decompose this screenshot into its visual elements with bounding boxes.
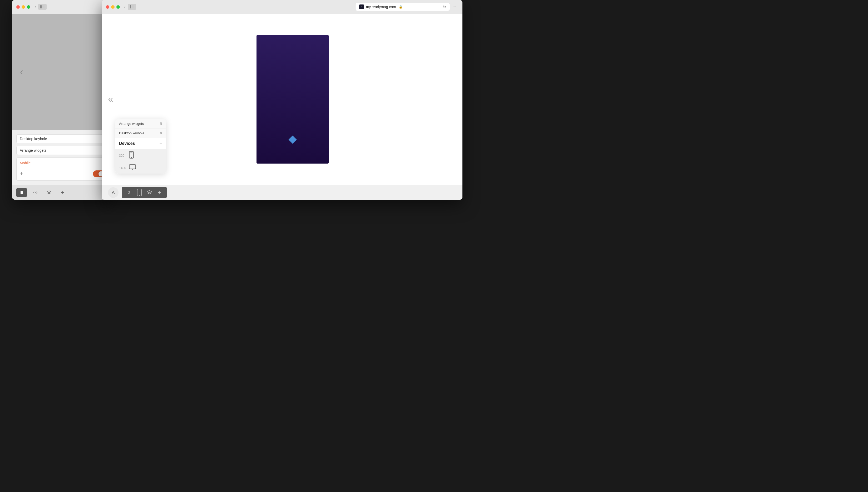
layers-tool-button-2[interactable] bbox=[145, 188, 154, 197]
device-desktop-num: 1400 bbox=[119, 166, 126, 170]
devices-section: Devices + 320 bbox=[115, 138, 166, 174]
left-panel-bg: ‹ bbox=[12, 14, 112, 130]
devices-title: Devices bbox=[119, 141, 135, 146]
dropdown1-label: Desktop keyhole bbox=[20, 137, 47, 141]
text-tool-button[interactable]: A bbox=[108, 187, 119, 198]
mobile-footer: + bbox=[20, 170, 104, 177]
toolbar-2: A 2 bbox=[102, 185, 463, 200]
canvas-area: « Arrange widgets ⇅ Desktop keyhole ⇅ bbox=[102, 14, 463, 185]
svg-rect-2 bbox=[21, 191, 23, 194]
window1-content: ‹ Desktop keyhole ⇅ Arrange widgets ⇅ Mo… bbox=[12, 14, 112, 200]
tool-group: 2 bbox=[122, 187, 167, 198]
desktop-device-icon bbox=[129, 164, 136, 171]
titlebar-2: ‹ R my.readymag.com 🔒 ↻ ··· bbox=[102, 0, 463, 14]
favicon: R bbox=[359, 4, 364, 9]
back-nav-icon-2[interactable]: ‹ bbox=[124, 4, 126, 10]
desktop-keyhole-arrow: ⇅ bbox=[160, 131, 162, 135]
url-bar-area: R my.readymag.com 🔒 ↻ ··· bbox=[138, 3, 458, 11]
diamond-element bbox=[288, 136, 297, 144]
arrange-widgets-row[interactable]: Arrange widgets ⇅ bbox=[115, 119, 166, 128]
arrange-widgets-arrow: ⇅ bbox=[160, 122, 162, 125]
minimize-button[interactable] bbox=[22, 5, 25, 9]
svg-rect-5 bbox=[130, 5, 131, 8]
window-2: ‹ R my.readymag.com 🔒 ↻ ··· bbox=[102, 0, 463, 200]
dropdown-arrange-widgets[interactable]: Arrange widgets ⇅ bbox=[16, 146, 108, 155]
window2-content: « Arrange widgets ⇅ Desktop keyhole ⇅ bbox=[102, 14, 463, 200]
close-button[interactable] bbox=[16, 5, 20, 9]
toolbar-1 bbox=[12, 185, 112, 200]
back-arrow-left[interactable]: ‹ bbox=[20, 66, 23, 77]
bottom-panel: Desktop keyhole ⇅ Arrange widgets ⇅ Mobi… bbox=[12, 130, 112, 185]
svg-point-9 bbox=[131, 157, 132, 158]
floating-panel: Arrange widgets ⇅ Desktop keyhole ⇅ Devi… bbox=[115, 119, 166, 174]
devices-header: Devices + bbox=[115, 138, 166, 149]
back-nav-icon[interactable]: ‹ bbox=[34, 4, 36, 10]
mobile-add-button[interactable]: + bbox=[20, 171, 23, 177]
devices-add-button[interactable]: + bbox=[159, 141, 162, 146]
traffic-lights-1 bbox=[16, 5, 30, 9]
dropdown-desktop-keyhole[interactable]: Desktop keyhole ⇅ bbox=[16, 134, 108, 143]
cursor-tool-button[interactable] bbox=[16, 188, 27, 197]
svg-rect-1 bbox=[42, 5, 45, 8]
url-bar[interactable]: R my.readymag.com 🔒 ↻ bbox=[355, 3, 450, 11]
device-mobile-remove-button[interactable]: — bbox=[158, 153, 162, 158]
desktop-keyhole-label: Desktop keyhole bbox=[119, 131, 144, 135]
nav-buttons-2: ‹ bbox=[124, 4, 126, 10]
close-button-2[interactable] bbox=[106, 5, 109, 9]
window-1: ‹ ‹ Desktop keyhole ⇅ bbox=[12, 0, 112, 200]
device-desktop-item: 1400 bbox=[115, 162, 166, 174]
reload-icon[interactable]: ↻ bbox=[443, 5, 446, 9]
device-mobile-num: 320 bbox=[119, 154, 126, 157]
traffic-lights-2 bbox=[106, 5, 120, 9]
number-tool-button[interactable]: 2 bbox=[125, 188, 134, 197]
sidebar-toggle-2[interactable] bbox=[128, 4, 136, 10]
svg-rect-0 bbox=[40, 5, 42, 8]
canvas-card bbox=[256, 35, 329, 164]
mobile-label: Mobile bbox=[20, 161, 104, 165]
svg-rect-10 bbox=[129, 165, 135, 169]
svg-rect-6 bbox=[132, 5, 134, 8]
dropdown2-label: Arrange widgets bbox=[20, 148, 46, 152]
minimize-button-2[interactable] bbox=[111, 5, 115, 9]
maximize-button[interactable] bbox=[27, 5, 30, 9]
layers-tool-button[interactable] bbox=[44, 188, 54, 197]
number-icon: 2 bbox=[128, 190, 130, 195]
nav-buttons-1: ‹ bbox=[34, 4, 36, 10]
url-text: my.readymag.com bbox=[366, 5, 396, 9]
device-mobile-item: 320 — bbox=[115, 149, 166, 162]
svg-rect-14 bbox=[138, 190, 140, 190]
more-options-icon[interactable]: ··· bbox=[453, 4, 456, 9]
mobile-section: Mobile + bbox=[16, 157, 108, 181]
arrow-tool-button[interactable] bbox=[30, 188, 41, 197]
phone-tool-button[interactable] bbox=[135, 188, 144, 197]
svg-rect-8 bbox=[130, 152, 132, 152]
text-tool-label: A bbox=[112, 190, 115, 195]
add-tool-button-2[interactable] bbox=[155, 188, 164, 197]
svg-point-15 bbox=[139, 195, 140, 196]
add-tool-button[interactable] bbox=[57, 188, 68, 197]
lock-icon: 🔒 bbox=[399, 5, 403, 9]
sidebar-toggle-1[interactable] bbox=[38, 4, 47, 10]
maximize-button-2[interactable] bbox=[117, 5, 120, 9]
desktop-keyhole-row[interactable]: Desktop keyhole ⇅ bbox=[115, 128, 166, 138]
back-arrow-main[interactable]: « bbox=[108, 94, 113, 105]
mobile-device-icon bbox=[129, 151, 134, 160]
titlebar-1: ‹ bbox=[12, 0, 112, 14]
arrange-widgets-label: Arrange widgets bbox=[119, 122, 144, 126]
